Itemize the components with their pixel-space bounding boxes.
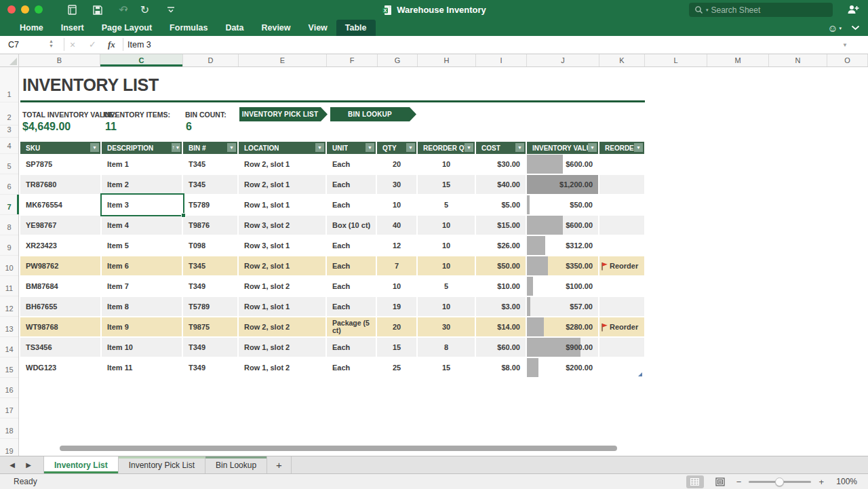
cell-reorder-qty[interactable]: 10 — [418, 256, 476, 277]
cell-reorder-status[interactable] — [599, 155, 644, 175]
row-header-9[interactable]: 9 — [0, 235, 18, 256]
cell-inventory-value[interactable]: $312.00 — [527, 236, 599, 256]
cancel-entry-icon[interactable]: × — [70, 39, 75, 50]
cell-unit[interactable]: Each — [327, 338, 377, 358]
cell-description[interactable]: Item 4 — [102, 216, 183, 236]
search-input[interactable] — [711, 5, 827, 15]
ribbon-tab-formulas[interactable]: Formulas — [161, 20, 216, 36]
cell-location[interactable]: Row 1, slot 2 — [239, 338, 327, 358]
row-header-3[interactable]: 3 — [0, 125, 18, 138]
cell-bin[interactable]: T349 — [183, 338, 239, 358]
cell-inventory-value[interactable]: $350.00 — [527, 256, 599, 277]
cell-sku[interactable]: YE98767 — [20, 216, 102, 236]
row-header-15[interactable]: 15 — [0, 357, 18, 378]
cell-reorder-qty[interactable]: 10 — [418, 216, 476, 236]
undo-icon[interactable]: ↶ — [115, 3, 132, 18]
cell-inventory-value[interactable]: $50.00 — [527, 195, 599, 216]
cell-qty[interactable]: 12 — [377, 236, 418, 256]
row-header-1[interactable]: 1 — [0, 67, 18, 102]
row-header-5[interactable]: 5 — [0, 154, 18, 174]
row-header-13[interactable]: 13 — [0, 317, 18, 337]
select-all-corner[interactable] — [0, 54, 19, 66]
column-header-L[interactable]: L — [645, 54, 707, 66]
cell-description[interactable]: Item 10 — [102, 338, 183, 358]
column-header-E[interactable]: E — [239, 54, 327, 66]
column-header-C[interactable]: C — [100, 54, 183, 66]
new-workbook-icon[interactable] — [64, 3, 80, 18]
filter-dropdown-icon[interactable]: ↑▼ — [172, 143, 180, 152]
ribbon-tab-home[interactable]: Home — [11, 20, 52, 36]
cell-reorder-status[interactable] — [599, 195, 644, 216]
cell-reorder-status[interactable] — [599, 216, 644, 236]
cell-sku[interactable]: MK676554 — [20, 195, 102, 216]
page-layout-view-button[interactable] — [711, 475, 729, 488]
next-sheet-icon[interactable]: ▶ — [20, 456, 37, 473]
cell-sku[interactable]: TS3456 — [20, 338, 102, 358]
cell-reorder-qty[interactable]: 5 — [418, 277, 476, 297]
cell-bin[interactable]: T9875 — [183, 317, 239, 338]
cell-sku[interactable]: WT98768 — [20, 317, 102, 338]
filter-dropdown-icon[interactable]: ▼ — [515, 143, 524, 152]
column-header-F[interactable]: F — [327, 54, 378, 66]
prev-sheet-icon[interactable]: ◀ — [4, 456, 20, 473]
ribbon-tab-view[interactable]: View — [300, 20, 336, 36]
cell-unit[interactable]: Each — [327, 155, 377, 175]
inventory-pick-list-button[interactable]: INVENTORY PICK LIST — [239, 107, 328, 121]
ribbon-tab-insert[interactable]: Insert — [52, 20, 93, 36]
column-header-K[interactable]: K — [599, 54, 645, 66]
zoom-out-icon[interactable]: − — [736, 477, 742, 487]
cell-reorder-status[interactable] — [599, 175, 644, 195]
cell-reorder-status[interactable]: Reorder — [599, 256, 644, 277]
cell-reorder-status[interactable]: Reorder — [599, 317, 644, 338]
close-window-button[interactable] — [7, 5, 16, 14]
cell-inventory-value[interactable]: $600.00 — [527, 216, 599, 236]
row-header-17[interactable]: 17 — [0, 398, 18, 418]
cell-cost[interactable]: $10.00 — [476, 277, 527, 297]
cell-qty[interactable]: 10 — [377, 195, 418, 216]
cell-description[interactable]: Item 11 — [102, 358, 183, 378]
sheet-tab-inventory-pick-list[interactable]: Inventory Pick List — [119, 456, 205, 473]
formula-bar-dropdown-icon[interactable]: ▼ — [842, 42, 848, 48]
cell-cost[interactable]: $5.00 — [476, 195, 527, 216]
column-header-B[interactable]: B — [19, 54, 100, 66]
redo-icon[interactable]: ↻ — [137, 3, 153, 18]
cell-reorder-qty[interactable]: 8 — [418, 338, 476, 358]
filter-dropdown-icon[interactable]: ▼ — [465, 143, 473, 152]
sheet-tab-inventory-list[interactable]: Inventory List — [43, 456, 119, 473]
cell-reorder-status[interactable] — [599, 338, 644, 358]
cell-cost[interactable]: $8.00 — [476, 358, 527, 378]
cell-description[interactable]: Item 2 — [102, 175, 183, 195]
collapse-ribbon-icon[interactable] — [851, 25, 860, 31]
row-header-14[interactable]: 14 — [0, 337, 18, 357]
row-header-8[interactable]: 8 — [0, 215, 18, 235]
cell-reorder-qty[interactable]: 10 — [418, 297, 476, 317]
cell-bin[interactable]: T349 — [183, 277, 239, 297]
cell-inventory-value[interactable]: $200.00 — [527, 358, 599, 378]
cell-qty[interactable]: 25 — [377, 358, 418, 378]
cell-unit[interactable]: Box (10 ct) — [327, 216, 377, 236]
cell-description[interactable]: Item 1 — [102, 155, 183, 175]
row-header-6[interactable]: 6 — [0, 174, 18, 195]
cell-location[interactable]: Row 1, slot 2 — [239, 358, 327, 378]
cell-reorder-qty[interactable]: 10 — [418, 236, 476, 256]
cell-qty[interactable]: 20 — [377, 317, 418, 338]
ribbon-tab-page-layout[interactable]: Page Layout — [93, 20, 161, 36]
cell-location[interactable]: Row 1, slot 1 — [239, 297, 327, 317]
row-header-12[interactable]: 12 — [0, 296, 18, 317]
filter-dropdown-icon[interactable]: ▼ — [588, 143, 597, 152]
cell-location[interactable]: Row 2, slot 1 — [239, 155, 327, 175]
cell-inventory-value[interactable]: $57.00 — [527, 297, 599, 317]
row-header-7[interactable]: 7 — [0, 195, 18, 215]
minimize-window-button[interactable] — [21, 5, 29, 14]
cell-sku[interactable]: PW98762 — [20, 256, 102, 277]
column-header-D[interactable]: D — [183, 54, 239, 66]
cell-bin[interactable]: T345 — [183, 175, 239, 195]
cell-bin[interactable]: T345 — [183, 155, 239, 175]
cell-unit[interactable]: Each — [327, 195, 377, 216]
horizontal-scrollbar[interactable] — [60, 446, 617, 451]
name-box-stepper[interactable]: ▲▼ — [49, 39, 54, 48]
column-header-O[interactable]: O — [827, 54, 868, 66]
save-icon[interactable] — [90, 3, 106, 18]
cell-sku[interactable]: TR87680 — [20, 175, 102, 195]
cell-description[interactable]: Item 3 — [102, 195, 183, 216]
